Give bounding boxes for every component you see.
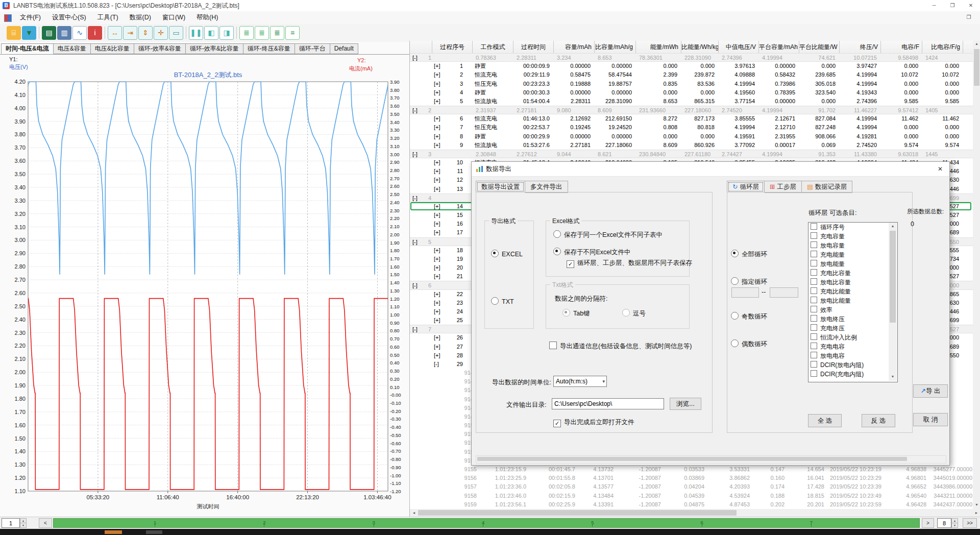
- maximize-button[interactable]: ❐: [943, 0, 962, 11]
- radio-different-excel-file[interactable]: 保存于不同Excel文件中: [553, 248, 631, 257]
- left-page-spinner[interactable]: 1: [2, 518, 20, 528]
- group-row[interactable]: [-]10.783632.283113.2348.65378.36301228.…: [410, 53, 973, 62]
- checkbox-separate-sheets[interactable]: ✓循环层、工步层、数据层用不同子表保存: [567, 259, 692, 268]
- radio-txt[interactable]: TXT: [491, 297, 514, 305]
- checkbox-channel-info[interactable]: 导出通道信息(包括设备信息、测试时间信息等): [549, 342, 692, 351]
- record-row[interactable]: 91561.01:23:25.900:01:55.84.13701-1.2008…: [410, 474, 973, 482]
- dialog-hscrollbar[interactable]: [476, 455, 946, 464]
- list-item-DCIR(放电内阻)[interactable]: DCIR(放电内阻): [808, 360, 888, 370]
- record-row[interactable]: 91551.01:23:15.900:01:45.74.13732-1.2008…: [410, 465, 973, 474]
- compress-h-icon[interactable]: ⇥: [123, 26, 137, 40]
- menu-item-设置中心(S)[interactable]: 设置中心(S): [46, 11, 92, 24]
- list-item-充电能量[interactable]: 充电能量: [808, 250, 888, 259]
- pane-right-icon[interactable]: ◨: [219, 26, 234, 40]
- column-header-工作模式[interactable]: 工作模式: [473, 41, 513, 53]
- prev-page-button[interactable]: <: [39, 518, 52, 528]
- radio-all-cycles[interactable]: 全部循环: [731, 250, 767, 259]
- invert-select-button[interactable]: 反 选: [862, 414, 895, 427]
- mdi-restore-icon[interactable]: ❐: [964, 13, 974, 22]
- table-row[interactable]: [+]8静置00:00:29.90.000000.000000.0000.000…: [410, 132, 973, 141]
- column-header-平台容量/mAh[interactable]: 平台容量/mAh: [759, 41, 799, 53]
- dialog-close-icon[interactable]: ✕: [934, 164, 946, 174]
- progress-track[interactable]: 1234567: [53, 518, 920, 528]
- radio-even-cycles[interactable]: 偶数循环: [731, 339, 767, 349]
- list-item-效率[interactable]: 效率: [808, 305, 888, 314]
- checkbox-open-after-export[interactable]: ✓导出完成后立即打开文件: [553, 418, 634, 427]
- list-item-DCIR(充电内阻)[interactable]: DCIR(充电内阻): [808, 370, 888, 379]
- step-table-icon[interactable]: ≣: [255, 26, 269, 40]
- export-button[interactable]: ↗导 出: [913, 384, 948, 398]
- cancel-button[interactable]: 取 消: [913, 413, 948, 426]
- dialog-tab-数据导出设置[interactable]: 数据导出设置: [476, 181, 525, 193]
- dialog-tab-工步层[interactable]: ⊞工步层: [765, 181, 802, 193]
- list-item-放电终压[interactable]: 放电终压: [808, 314, 888, 324]
- excel-export-icon[interactable]: ▤: [42, 26, 56, 40]
- output-dir-input[interactable]: C:\Users\pc\Desktop\: [552, 398, 664, 409]
- table-row[interactable]: [+]3恒压充电00:23:23.30.1988819.887570.83583…: [410, 80, 973, 88]
- alarm-info-icon[interactable]: i: [88, 26, 102, 40]
- record-row[interactable]: 91571.01:23:36.000:02:05.84.13577-1.2008…: [410, 482, 973, 491]
- list-item-恒流冲入比例[interactable]: 恒流冲入比例: [808, 333, 888, 342]
- cycle-items-list[interactable]: 循环序号充电容量放电容量充电能量放电能量充电比容量放电比容量充电比能量放电比能量…: [808, 222, 898, 382]
- table-row[interactable]: [+]1静置00:00:09.90.000000.000000.0000.000…: [410, 62, 973, 70]
- record-row[interactable]: 91581.01:23:46.000:02:15.94.13484-1.2008…: [410, 492, 973, 500]
- table-row[interactable]: [+]2恒流充电00:29:11.90.5847558.475442.39923…: [410, 70, 973, 79]
- column-header-终压/V[interactable]: 终压/V: [840, 41, 881, 53]
- chart-plot[interactable]: [0, 42, 409, 517]
- column-header-平台比能量/W[interactable]: 平台比能量/W: [799, 41, 840, 53]
- radio-specified-cycles[interactable]: 指定循环: [731, 277, 767, 286]
- radio-odd-cycles[interactable]: 奇数循环: [731, 312, 767, 321]
- cycle-to-input[interactable]: [770, 287, 798, 298]
- dialog-tab-数据记录层[interactable]: ▤数据记录层: [802, 181, 852, 193]
- taskbar-item[interactable]: [146, 530, 162, 534]
- list-item-充电终压[interactable]: 充电终压: [808, 324, 888, 333]
- list-item-循环序号[interactable]: 循环序号: [808, 223, 888, 232]
- split-v-icon[interactable]: ⇕: [138, 26, 153, 40]
- group-row[interactable]: [-]22.319372.271819.0808.609231.93660227…: [410, 106, 973, 114]
- minimize-button[interactable]: ─: [925, 0, 943, 11]
- cycle-from-input[interactable]: [731, 287, 759, 298]
- column-header-中值电压/V[interactable]: 中值电压/V: [719, 41, 759, 53]
- menu-item-工具(T)[interactable]: 工具(T): [92, 11, 124, 24]
- list-item-放电比能量[interactable]: 放电比能量: [808, 296, 888, 305]
- column-header-容量/mAh[interactable]: 容量/mAh: [554, 41, 595, 53]
- menu-item-窗口(W)[interactable]: 窗口(W): [157, 11, 191, 24]
- spin-down-icon[interactable]: ▼: [951, 523, 958, 528]
- radio-same-excel-file[interactable]: 保存于同一个Excel文件不同子表中: [553, 230, 663, 239]
- menu-item-文件(F)[interactable]: 文件(F): [14, 11, 46, 24]
- close-button[interactable]: ✕: [962, 0, 980, 11]
- group-row[interactable]: [-]32.308482.276129.0448.621230.84840227…: [410, 150, 973, 158]
- menu-item-帮助(H)[interactable]: 帮助(H): [191, 11, 224, 24]
- list-item-放电电容[interactable]: 放电电容: [808, 351, 888, 360]
- zoom-h-icon[interactable]: ↔: [108, 26, 122, 40]
- time-unit-select[interactable]: Auto(h:m:s)▾: [553, 376, 607, 387]
- fit-box-icon[interactable]: ▭: [169, 26, 183, 40]
- dialog-tab-多文件导出[interactable]: 多文件导出: [525, 181, 568, 193]
- next-page-button[interactable]: >: [922, 518, 934, 528]
- data-table-icon[interactable]: ≡: [285, 26, 300, 40]
- column-header-比电容/F/g[interactable]: 比电容/F/g: [922, 41, 963, 53]
- dialog-title-bar[interactable]: 数据导出 ✕: [472, 162, 949, 177]
- record-row[interactable]: 91591.01:23:56.100:02:25.94.13391-1.2008…: [410, 500, 973, 509]
- fast-forward-button[interactable]: >>: [963, 518, 977, 528]
- dialog-tab-循环层[interactable]: ↻循环层: [727, 181, 765, 193]
- table-row[interactable]: [+]9恒流放电01:53:27.62.27181227.180608.6098…: [410, 141, 973, 150]
- cycle-table-icon[interactable]: ≣: [239, 26, 254, 40]
- list-item-充电比能量[interactable]: 充电比能量: [808, 287, 888, 296]
- list-item-充电容量[interactable]: 充电容量: [808, 232, 888, 241]
- taskbar-item[interactable]: [105, 530, 122, 534]
- browse-button[interactable]: 浏览...: [670, 398, 701, 410]
- report-icon[interactable]: ▥: [57, 26, 71, 40]
- radio-excel[interactable]: EXCEL: [491, 250, 523, 258]
- column-header-过程序号[interactable]: 过程序号: [432, 41, 473, 53]
- record-table-icon[interactable]: ≣: [270, 26, 284, 40]
- table-vscrollbar[interactable]: ▲ ▼: [973, 41, 980, 509]
- table-row[interactable]: [+]5恒流放电01:54:00.42.28311228.310908.6538…: [410, 97, 973, 106]
- list-scrollbar[interactable]: ▲ ▼: [889, 223, 897, 381]
- list-item-放电容量[interactable]: 放电容量: [808, 241, 888, 250]
- pane-left-icon[interactable]: ◧: [204, 26, 218, 40]
- expand-icon[interactable]: ✛: [154, 26, 168, 40]
- table-hscrollbar[interactable]: ◄ ►: [410, 509, 980, 517]
- column-header-电容/F[interactable]: 电容/F: [881, 41, 922, 53]
- right-page-spinner[interactable]: 8: [937, 518, 951, 528]
